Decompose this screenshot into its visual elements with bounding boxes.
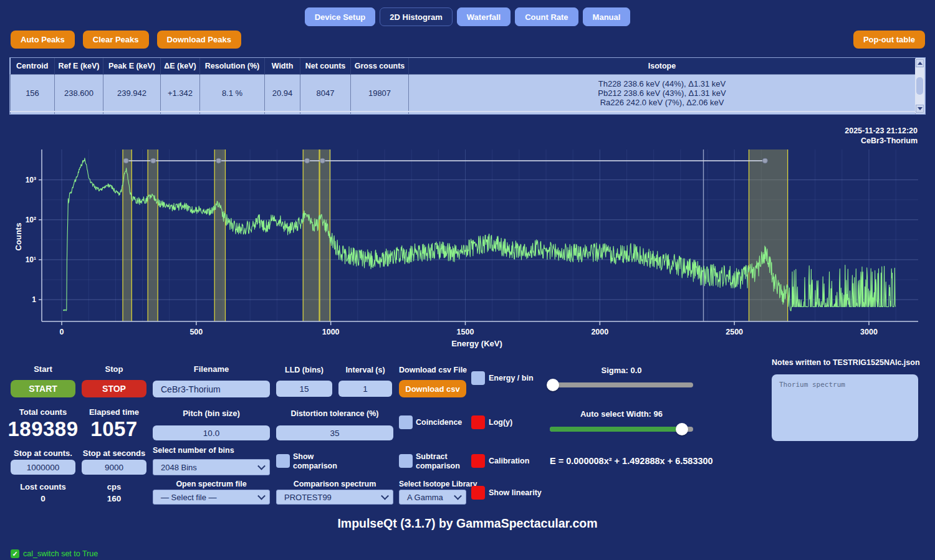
pitch-input[interactable] xyxy=(153,425,270,440)
isotope-lib-selected-value: A Gamma xyxy=(407,493,443,502)
svg-text:2500: 2500 xyxy=(726,328,743,336)
cell-width: 20.94 xyxy=(265,75,300,112)
stop-button[interactable]: STOP xyxy=(82,380,146,397)
comparison-selected-value: PROTEST99 xyxy=(284,493,332,502)
svg-text:1: 1 xyxy=(32,295,36,304)
svg-text:10²: 10² xyxy=(26,216,36,224)
svg-text:2000: 2000 xyxy=(591,328,608,336)
slider-handle[interactable] xyxy=(547,379,559,391)
scroll-down-icon[interactable] xyxy=(916,105,924,113)
tab-count-rate[interactable]: Count Rate xyxy=(515,7,578,26)
notes-textarea[interactable]: Thorium spectrum xyxy=(772,374,918,441)
download-peaks-button[interactable]: Download Peaks xyxy=(157,31,241,49)
start-label: Start xyxy=(11,364,75,374)
cell-peak-e: 239.942 xyxy=(103,75,161,112)
status-message: cal_switch set to True xyxy=(23,549,98,558)
col-resolution: Resolution (%) xyxy=(200,58,265,75)
slider-handle[interactable] xyxy=(676,423,688,435)
sigma-label: Sigma: 0.0 xyxy=(550,366,693,375)
cps-value: 160 xyxy=(77,494,151,503)
filename-input[interactable] xyxy=(153,381,270,397)
calibration-checkbox[interactable] xyxy=(471,454,485,468)
tab-2d-histogram[interactable]: 2D Histogram xyxy=(380,7,453,26)
calibration-label: Calibration xyxy=(489,457,529,466)
total-counts-label: Total counts xyxy=(6,407,80,417)
cell-delta-e: +1.342 xyxy=(161,75,200,112)
scroll-up-icon[interactable] xyxy=(916,59,924,67)
logy-checkbox[interactable] xyxy=(471,415,485,429)
tab-manual[interactable]: Manual xyxy=(583,7,631,26)
show-comparison-label: Show comparison xyxy=(293,452,343,471)
interval-label: Interval (s) xyxy=(338,366,392,374)
spectrum-chart[interactable]: 050010001500200025003000Energy (KeV)110¹… xyxy=(0,121,935,352)
chevron-down-icon xyxy=(454,492,462,500)
col-isotope: Isotope xyxy=(409,58,916,75)
subtract-comparison-checkbox[interactable] xyxy=(399,454,413,468)
isotope-lib-label: Select Isotope Library xyxy=(399,480,474,488)
elapsed-time-label: Elapsed time xyxy=(77,407,151,417)
cell-net-counts: 8047 xyxy=(300,75,351,112)
lld-input[interactable] xyxy=(276,381,332,397)
impulseqt-window: Device Setup 2D Histogram Waterfall Coun… xyxy=(0,0,935,560)
download-csv-label: Download csv File xyxy=(399,366,466,374)
scrollbar-thumb[interactable] xyxy=(916,77,923,95)
cell-gross-counts xyxy=(351,112,409,115)
peaks-table: Centroid Ref E (keV) Peak E (keV) ΔE (ke… xyxy=(9,57,926,115)
stop-at-seconds-input[interactable] xyxy=(82,460,146,475)
cell-isotope: Th228 238.6 keV (44%), Δ1.31 keV Pb212 2… xyxy=(409,75,916,112)
distortion-input[interactable] xyxy=(276,425,393,440)
svg-text:Energy (KeV): Energy (KeV) xyxy=(451,339,502,348)
interval-input[interactable] xyxy=(338,381,392,397)
slider-track[interactable] xyxy=(550,382,693,387)
open-file-label: Open spectrum file xyxy=(153,480,270,488)
subtract-comparison-label: Subtract comparison xyxy=(416,452,469,471)
energy-bin-checkbox[interactable] xyxy=(471,371,485,385)
table-scrollbar[interactable] xyxy=(915,59,924,113)
show-linearity-checkbox[interactable] xyxy=(471,486,485,500)
comparison-label: Comparison spectrum xyxy=(276,480,393,488)
calibration-equation: E = 0.000008x² + 1.492888x + 6.583300 xyxy=(550,456,713,466)
distortion-label: Distortion tolerance (%) xyxy=(276,409,393,418)
bins-label: Select number of bins xyxy=(153,446,270,455)
cell-ref-e-editable[interactable] xyxy=(55,112,103,115)
stop-at-counts-input[interactable] xyxy=(11,460,75,475)
cell-resolution: 8.1 % xyxy=(200,75,265,112)
chevron-down-icon xyxy=(257,462,266,470)
download-csv-button[interactable]: Download csv xyxy=(399,380,466,397)
svg-text:1500: 1500 xyxy=(457,328,474,336)
cell-isotope: Eu152 344.3 keV (26%), Δ8.30 keV xyxy=(409,112,916,115)
bins-select[interactable]: 2048 Bins xyxy=(153,459,270,475)
table-header-row: Centroid Ref E (keV) Peak E (keV) ΔE (ke… xyxy=(11,58,916,75)
cell-peak-e xyxy=(103,112,161,115)
show-comparison-checkbox[interactable] xyxy=(276,454,290,468)
tab-waterfall[interactable]: Waterfall xyxy=(457,7,511,26)
notes-label: Notes written to TESTRIG1525NAlc.json xyxy=(772,358,918,367)
col-peak-e: Peak E (keV) xyxy=(103,58,161,75)
col-delta-e: ΔE (keV) xyxy=(161,58,200,75)
peaks-toolbar: Auto Peaks Clear Peaks Download Peaks xyxy=(11,31,241,49)
col-centroid: Centroid xyxy=(11,58,55,75)
auto-width-label: Auto select Width: 96 xyxy=(550,409,693,419)
cell-delta-e xyxy=(161,112,200,115)
isotope-lib-select[interactable]: A Gamma xyxy=(399,490,466,505)
svg-text:10³: 10³ xyxy=(26,176,36,184)
auto-width-slider[interactable] xyxy=(550,423,693,435)
lld-label: LLD (bins) xyxy=(276,366,332,374)
clear-peaks-button[interactable]: Clear Peaks xyxy=(83,31,149,49)
table-row: 156 238.600 239.942 +1.342 8.1 % 20.94 8… xyxy=(11,75,916,112)
col-width: Width xyxy=(265,58,300,75)
start-button[interactable]: START xyxy=(11,380,75,397)
popout-table-button[interactable]: Pop-out table xyxy=(853,31,925,49)
lost-counts-value: 0 xyxy=(6,494,80,503)
comparison-select[interactable]: PROTEST99 xyxy=(276,490,393,505)
total-counts-value: 189389 xyxy=(2,417,84,441)
cell-ref-e-editable[interactable]: 238.600 xyxy=(55,75,103,112)
stop-label: Stop xyxy=(82,364,146,374)
auto-peaks-button[interactable]: Auto Peaks xyxy=(11,31,75,49)
tab-device-setup[interactable]: Device Setup xyxy=(305,7,376,26)
open-file-select[interactable]: — Select file — xyxy=(153,490,270,505)
col-gross-counts: Gross counts xyxy=(351,58,409,75)
energy-bin-label: Energy / bin xyxy=(489,374,534,383)
coincidence-checkbox[interactable] xyxy=(399,415,413,429)
sigma-slider[interactable] xyxy=(550,379,693,391)
